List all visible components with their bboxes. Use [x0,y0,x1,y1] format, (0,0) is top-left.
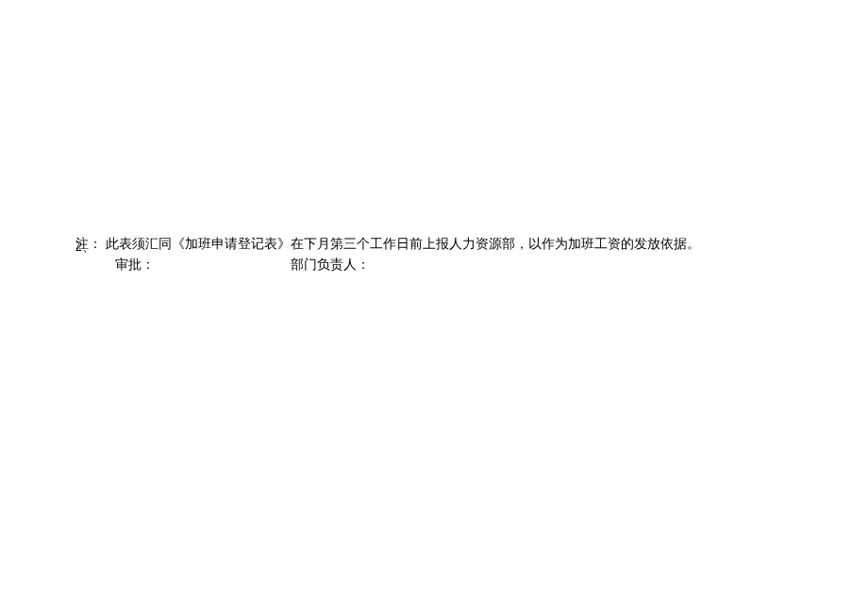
note-prefix-overlay: 2、 [75,237,95,257]
note-text: 此表须汇同《加班申请登记表》在下月第三个工作日前上报人力资源部，以作为加班工资的… [106,237,700,251]
approval-label: 审批： [115,257,155,274]
dept-head-label: 部门负责人： [291,257,370,274]
note-line: 注： 2、 此表须汇同《加班申请登记表》在下月第三个工作日前上报人力资源部，以作… [75,234,830,255]
signature-row: 审批： 部门负责人： [75,257,830,274]
note-prefix: 注： 2、 [75,237,106,251]
document-content: 注： 2、 此表须汇同《加班申请登记表》在下月第三个工作日前上报人力资源部，以作… [75,234,830,274]
